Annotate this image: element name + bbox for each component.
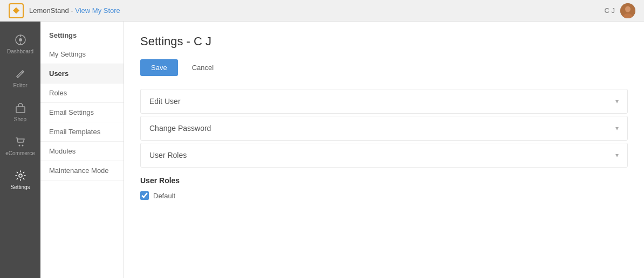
accordion-edit-user: Edit User ▾ bbox=[140, 89, 628, 114]
editor-icon bbox=[14, 67, 27, 80]
nav-item-ecommerce[interactable]: eCommerce bbox=[0, 129, 40, 163]
topbar-right: C J bbox=[605, 3, 636, 18]
sidebar: Settings My Settings Users Roles Email S… bbox=[40, 22, 124, 278]
svg-point-4 bbox=[19, 38, 22, 41]
nav-item-dashboard[interactable]: Dashboard bbox=[0, 27, 40, 61]
accordion-header-user-roles[interactable]: User Roles ▾ bbox=[141, 143, 627, 167]
user-roles-title: User Roles bbox=[140, 176, 628, 185]
sidebar-item-email-templates[interactable]: Email Templates bbox=[40, 122, 124, 142]
cancel-button[interactable]: Cancel bbox=[183, 59, 222, 76]
page-title: Settings - C J bbox=[140, 34, 628, 48]
app-logo bbox=[9, 3, 24, 18]
sidebar-item-maintenance-mode[interactable]: Maintenance Mode bbox=[40, 161, 124, 180]
nav-label-editor: Editor bbox=[13, 82, 27, 88]
accordion-user-roles: User Roles ▾ bbox=[140, 143, 628, 168]
action-buttons: Save Cancel bbox=[140, 59, 628, 76]
svg-point-11 bbox=[19, 174, 22, 177]
chevron-down-icon: ▾ bbox=[615, 124, 619, 132]
ecommerce-icon bbox=[14, 135, 27, 148]
sidebar-item-users[interactable]: Users bbox=[40, 64, 124, 84]
nav-item-shop[interactable]: Shop bbox=[0, 95, 40, 129]
accordion-label-user-roles: User Roles bbox=[149, 151, 187, 159]
user-roles-section: User Roles Default bbox=[140, 176, 628, 200]
shop-icon bbox=[14, 101, 27, 114]
nav-label-shop: Shop bbox=[14, 116, 26, 122]
sidebar-item-my-settings[interactable]: My Settings bbox=[40, 45, 124, 64]
topbar: LemonStand - View My Store C J bbox=[0, 0, 644, 22]
svg-point-10 bbox=[22, 145, 23, 147]
settings-icon bbox=[14, 169, 27, 182]
view-store-link[interactable]: View My Store bbox=[75, 6, 120, 15]
nav-label-settings: Settings bbox=[10, 184, 30, 190]
nav-item-editor[interactable]: Editor bbox=[0, 61, 40, 95]
sidebar-item-roles[interactable]: Roles bbox=[40, 84, 124, 103]
chevron-down-icon: ▾ bbox=[615, 98, 619, 105]
avatar[interactable] bbox=[620, 3, 635, 18]
svg-rect-8 bbox=[16, 107, 25, 113]
default-role-label: Default bbox=[153, 192, 175, 200]
svg-line-7 bbox=[22, 72, 23, 73]
accordion-change-password: Change Password ▾ bbox=[140, 116, 628, 141]
nav-label-dashboard: Dashboard bbox=[7, 48, 33, 54]
left-nav: Dashboard Editor Shop bbox=[0, 22, 40, 278]
accordion-label-change-password: Change Password bbox=[149, 124, 211, 133]
nav-label-ecommerce: eCommerce bbox=[5, 150, 35, 156]
accordion-header-change-password[interactable]: Change Password ▾ bbox=[141, 116, 627, 140]
accordion-label-edit-user: Edit User bbox=[149, 97, 181, 106]
default-role-row: Default bbox=[140, 191, 628, 200]
chevron-down-icon: ▾ bbox=[615, 151, 619, 159]
dashboard-icon bbox=[14, 33, 27, 46]
brand-name: LemonStand - View My Store bbox=[29, 6, 120, 15]
sidebar-heading: Settings bbox=[40, 27, 124, 45]
sidebar-item-email-settings[interactable]: Email Settings bbox=[40, 103, 124, 122]
nav-item-settings[interactable]: Settings bbox=[0, 163, 40, 197]
default-role-checkbox[interactable] bbox=[140, 191, 149, 200]
svg-point-9 bbox=[18, 145, 20, 147]
save-button[interactable]: Save bbox=[140, 59, 178, 76]
user-initials: C J bbox=[605, 6, 615, 15]
main-content: Settings - C J Save Cancel Edit User ▾ C… bbox=[124, 22, 644, 278]
svg-point-1 bbox=[625, 6, 631, 12]
accordion-header-edit-user[interactable]: Edit User ▾ bbox=[141, 89, 627, 113]
sidebar-item-modules[interactable]: Modules bbox=[40, 142, 124, 161]
